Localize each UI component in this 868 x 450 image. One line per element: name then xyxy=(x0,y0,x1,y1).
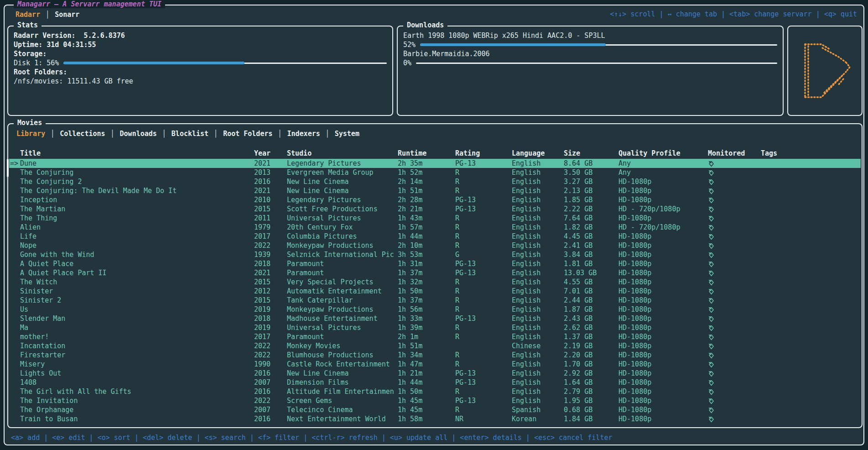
table-row[interactable]: =>Dune2021Legendary Pictures2h 35mPG-13E… xyxy=(9,159,861,168)
movies-tab-system[interactable]: System xyxy=(330,130,364,138)
cell-runtime: 1h 37m xyxy=(398,296,455,305)
table-row[interactable]: mother!2017Paramount2h 1mREnglish1.37 GB… xyxy=(9,332,861,341)
movies-tab-collections[interactable]: Collections xyxy=(55,130,109,138)
scrollbar-thumb[interactable] xyxy=(7,159,9,177)
cell-title: Alien xyxy=(20,223,254,232)
table-row[interactable]: Sinister 22015Tank Caterpillar1h 37mREng… xyxy=(9,296,861,305)
cell-quality-profile: HD-1080p xyxy=(619,259,708,268)
cell-runtime: 1h 37m xyxy=(398,268,455,277)
table-row[interactable]: 14082007Dimension Films1h 44mPG-13Englis… xyxy=(9,378,861,387)
table-row[interactable]: Lights Out2016New Line Cinema1h 21mPG-13… xyxy=(9,369,861,378)
table-row[interactable]: Life2017Columbia Pictures1h 44mREnglish4… xyxy=(9,232,861,241)
movies-tab-blocklist[interactable]: Blocklist xyxy=(167,130,213,138)
monitored-tag-icon xyxy=(708,179,714,185)
table-row[interactable]: The Conjuring: The Devil Made Me Do It20… xyxy=(9,186,861,195)
cell-rating: R xyxy=(455,287,512,296)
cell-rating: R xyxy=(455,387,512,396)
cell-year: 2021 xyxy=(254,268,287,277)
cell-title: The Invitation xyxy=(20,396,254,405)
cell-monitored xyxy=(708,396,761,405)
cell-year: 2007 xyxy=(254,405,287,414)
cell-title: Sinister xyxy=(20,287,254,296)
cell-studio: Evergreen Media Group xyxy=(287,168,398,177)
cell-studio: Monkey Movies xyxy=(287,341,398,351)
table-row[interactable]: The Conjuring2013Evergreen Media Group1h… xyxy=(9,168,861,177)
cell-monitored xyxy=(708,259,761,268)
table-row[interactable]: Incantation2022Monkey Movies1h 51mChines… xyxy=(9,341,861,351)
movies-table-header: TitleYearStudioRuntimeRatingLanguageSize… xyxy=(9,149,861,158)
monitored-tag-icon xyxy=(708,161,714,167)
cell-title: Misery xyxy=(20,360,254,369)
table-row[interactable]: A Quiet Place Part II2021Paramount1h 37m… xyxy=(9,268,861,277)
download-name-text: Barbie.Mermaidia.2006 xyxy=(403,49,490,58)
table-row[interactable]: The Martian2015Scott Free Productions2h … xyxy=(9,204,861,214)
cell-year: 2021 xyxy=(254,186,287,195)
cell-studio: Universal Pictures xyxy=(287,323,398,332)
download-item-name: Earth 1998 1080p WEBRip x265 Hindi AAC2.… xyxy=(403,31,777,40)
movies-tab-root-folders[interactable]: Root Folders xyxy=(218,130,277,138)
table-row[interactable]: Ma2019Universal Pictures1h 39mREnglish2.… xyxy=(9,323,861,332)
table-row[interactable]: A Quiet Place2018Paramount1h 31mPG-13Eng… xyxy=(9,259,861,268)
cell-runtime: 1h 50m xyxy=(398,387,455,396)
cell-language: English xyxy=(512,259,564,268)
cell-size: 2.41 GB xyxy=(564,241,619,250)
cell-rating: G xyxy=(455,250,512,259)
cell-title: Sinister 2 xyxy=(20,296,254,305)
table-row[interactable]: Slender Man2018Madhouse Entertainment1h … xyxy=(9,314,861,323)
monitored-tag-icon xyxy=(708,279,714,286)
cell-size: 2.22 GB xyxy=(564,204,619,214)
cell-monitored xyxy=(708,332,761,341)
table-row[interactable]: The Witch2015Very Special Projects1h 32m… xyxy=(9,277,861,287)
cell-year: 2022 xyxy=(254,351,287,360)
cell-runtime: 1h 57m xyxy=(398,223,455,232)
movies-tab-library[interactable]: Library xyxy=(12,130,50,138)
cell-rating: PG-13 xyxy=(455,268,512,277)
monitored-tag-icon xyxy=(708,352,714,359)
tab-separator xyxy=(50,130,55,138)
cell-runtime: 1h 56m xyxy=(398,305,455,314)
tab-separator xyxy=(277,130,283,138)
movies-tab-bar: LibraryCollectionsDownloadsBlocklistRoot… xyxy=(12,129,364,139)
table-row[interactable]: Alien197920th Century Fox1h 57mREnglish1… xyxy=(9,223,861,232)
logo-panel xyxy=(787,26,863,116)
cell-size: 1.95 GB xyxy=(564,396,619,405)
table-row[interactable]: The Invitation2022Screen Gems1h 45mPG-13… xyxy=(9,396,861,405)
cell-quality-profile: HD - 720p/1080p xyxy=(619,204,708,214)
cell-rating: R xyxy=(455,168,512,177)
table-row[interactable]: The Girl with All the Gifts2016Altitude … xyxy=(9,387,861,396)
table-row[interactable]: Nope2022Monkeypaw Productions2h 10mREngl… xyxy=(9,241,861,250)
monitored-tag-icon xyxy=(708,389,714,395)
table-row[interactable]: Sinister2012Automatik Entertainment1h 50… xyxy=(9,287,861,296)
table-row[interactable]: Inception2010Legendary Pictures2h 28mPG-… xyxy=(9,195,861,204)
cell-language: English xyxy=(512,396,564,405)
monitored-tag-icon xyxy=(708,225,714,231)
table-row[interactable]: The Conjuring 22016New Line Cinema2h 14m… xyxy=(9,177,861,186)
cell-rating: PG-13 xyxy=(455,159,512,168)
cell-size: 1.82 GB xyxy=(564,223,619,232)
cell-size: 4.55 GB xyxy=(564,277,619,287)
cell-year: 1979 xyxy=(254,223,287,232)
table-row[interactable]: Us2019Monkeypaw Productions1h 56mREnglis… xyxy=(9,305,861,314)
column-header-monitored: Monitored xyxy=(708,149,761,158)
table-row[interactable]: Train to Busan2016Next Entertainment Wor… xyxy=(9,414,861,424)
table-row[interactable]: Gone with the Wind1939Selznick Internati… xyxy=(9,250,861,259)
table-row[interactable]: The Orphanage2007Telecinco Cinema1h 45mR… xyxy=(9,405,861,414)
servarr-tab-sonarr[interactable]: Sonarr xyxy=(50,10,84,19)
movies-tab-downloads[interactable]: Downloads xyxy=(115,130,161,138)
cell-monitored xyxy=(708,159,761,168)
download-item-progress: 0% xyxy=(403,58,777,68)
movies-tab-indexers[interactable]: Indexers xyxy=(283,130,325,138)
cell-title: Us xyxy=(20,305,254,314)
monitored-tag-icon xyxy=(708,270,714,277)
download-progressbar xyxy=(420,40,777,49)
root-folders-label: Root Folders: xyxy=(14,68,67,77)
table-row[interactable]: Misery1990Castle Rock Entertainment1h 47… xyxy=(9,360,861,369)
monitored-tag-icon xyxy=(708,261,714,267)
cell-language: English xyxy=(512,168,564,177)
table-row[interactable]: Firestarter2022Blumhouse Productions1h 3… xyxy=(9,351,861,360)
cell-studio: Next Entertainment World xyxy=(287,414,398,424)
cell-title: Gone with the Wind xyxy=(20,250,254,259)
cell-size: 1.37 GB xyxy=(564,332,619,341)
table-row[interactable]: The Thing2011Universal Pictures1h 43mREn… xyxy=(9,214,861,223)
servarr-tab-radarr[interactable]: Radarr xyxy=(11,10,45,19)
